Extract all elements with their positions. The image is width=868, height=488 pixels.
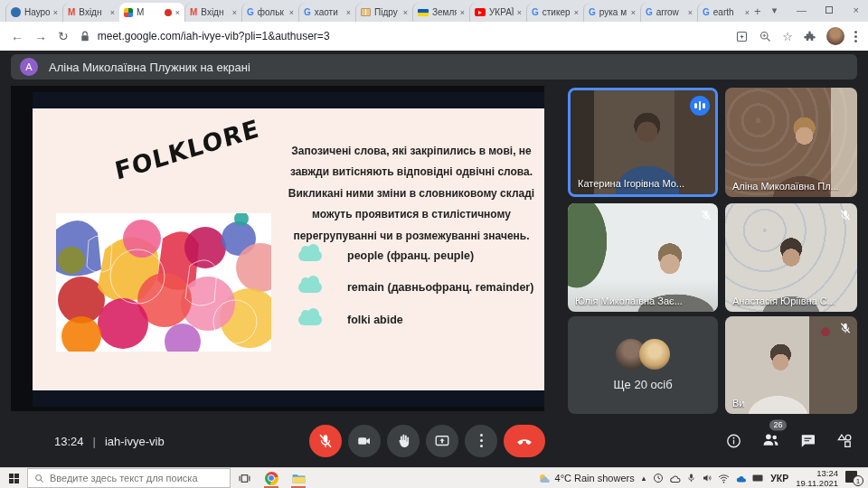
shared-screen[interactable]: FOLKLORE Запозичені слова, які закріпили… (11, 86, 544, 411)
notification-center-button[interactable]: 1 (845, 470, 863, 486)
weather-widget[interactable]: 4°C Rain showers (537, 473, 635, 484)
more-options-button[interactable] (465, 425, 497, 457)
page-action-icon[interactable] (735, 30, 749, 43)
tab-close-icon[interactable]: × (346, 8, 351, 17)
start-button[interactable] (0, 468, 27, 488)
onedrive-tray-icon[interactable] (735, 474, 747, 483)
chrome-icon (265, 472, 278, 485)
minimize-window-button[interactable]: — (788, 0, 816, 22)
present-screen-button[interactable] (426, 425, 458, 457)
taskbar-explorer-button[interactable] (285, 468, 312, 488)
mic-mute-button[interactable] (309, 425, 342, 457)
self-tile[interactable]: Ви (725, 316, 857, 414)
tab-google-3[interactable]: Gстикер× (526, 3, 583, 22)
refresh-icon[interactable]: ↻ (58, 30, 69, 42)
tab-close-icon[interactable]: × (688, 8, 693, 17)
toolbar-right: ☆ (735, 27, 857, 45)
leave-call-button[interactable] (504, 425, 545, 457)
mic-off-icon (839, 322, 852, 334)
book-favicon (361, 8, 371, 16)
call-end-icon (515, 432, 533, 450)
tab-close-icon[interactable]: × (289, 8, 294, 17)
task-view-button[interactable] (231, 468, 258, 488)
wifi-tray-icon[interactable] (718, 474, 730, 483)
meet-window: Наурок× MВхідн× М× MВхідн× Gфольк× Gхаот… (0, 0, 868, 488)
audio-speaking-indicator-icon (690, 96, 710, 116)
close-window-button[interactable]: × (843, 0, 868, 22)
url-text: meet.google.com/iah-ivye-vib?pli=1&authu… (98, 30, 330, 42)
zoom-icon[interactable] (759, 30, 772, 43)
slide-bullet: remain (давньофранц. remainder) (298, 276, 533, 299)
forward-icon[interactable]: → (34, 30, 47, 42)
cloud-tray-icon[interactable] (669, 474, 681, 483)
taskbar-clock[interactable]: 13:24 19.11.2021 (796, 468, 838, 488)
tab-google-2[interactable]: Gхаоти× (298, 3, 355, 22)
tab-close-icon[interactable]: × (175, 8, 180, 17)
tab-close-icon[interactable]: × (232, 8, 237, 17)
participant-tile[interactable]: Анастасія Юріївна С... (725, 203, 857, 312)
participant-tile[interactable]: Аліна Миколаївна Пл... (725, 88, 857, 197)
extensions-icon[interactable] (803, 30, 816, 43)
tab-close-icon[interactable]: × (110, 8, 115, 17)
participant-name: Аліна Миколаївна Пл... (732, 181, 839, 192)
language-indicator[interactable]: УКР (770, 473, 788, 483)
tab-textbook[interactable]: Підру× (355, 3, 412, 22)
tab-close-icon[interactable]: × (631, 8, 636, 17)
ukraine-flag-favicon (418, 9, 429, 16)
tab-gmail-2[interactable]: MВхідн× (184, 3, 241, 22)
new-tab-button[interactable]: + (754, 2, 761, 22)
google-favicon: G (589, 8, 596, 17)
keyboard-tray-icon[interactable] (752, 474, 763, 483)
tab-close-icon[interactable]: × (745, 8, 750, 17)
restore-window-button[interactable] (816, 0, 843, 22)
windows-logo-icon (9, 474, 19, 483)
tab-close-icon[interactable]: × (517, 8, 522, 17)
tab-close-icon[interactable]: × (574, 8, 579, 17)
tab-naurok[interactable]: Наурок× (5, 3, 62, 22)
meet-bottom-bar: 13:24 | iah-ivye-vib (0, 414, 868, 467)
gmail-favicon: M (190, 8, 197, 17)
taskbar-right: 4°C Rain showers ▴ УКР 13:24 19.11.2021 … (537, 468, 868, 488)
activities-icon[interactable] (835, 432, 854, 450)
clock-tray-icon[interactable] (653, 473, 664, 483)
profile-avatar[interactable] (826, 27, 844, 45)
tab-close-icon[interactable]: × (403, 8, 408, 17)
participant-tile-speaking[interactable]: Катерина Ігорівна Мо... (568, 88, 718, 197)
address-bar[interactable]: meet.google.com/iah-ivye-vib?pli=1&authu… (80, 30, 725, 42)
camera-button[interactable] (348, 425, 381, 457)
tab-meet-active[interactable]: М× (119, 3, 184, 22)
search-input[interactable] (50, 473, 223, 483)
overflow-participants-tile[interactable]: Ще 20 осіб (568, 316, 718, 414)
browser-tabstrip: Наурок× MВхідн× М× MВхідн× Gфольк× Gхаот… (0, 0, 868, 22)
tab-youtube[interactable]: УКРАЇН× (469, 3, 526, 22)
presenting-banner-text: Аліна Миколаївна Плужник на екрані (49, 61, 250, 74)
tab-close-icon[interactable]: × (53, 8, 58, 17)
speaker-tray-icon[interactable] (702, 473, 712, 483)
tab-google-folk[interactable]: Gфольк× (241, 3, 298, 22)
tab-close-icon[interactable]: × (460, 8, 465, 17)
tab-google-arrow[interactable]: Garrow× (640, 3, 697, 22)
tab-google-earth[interactable]: Gearth× (697, 3, 754, 22)
tab-gmail-1[interactable]: MВхідн× (62, 3, 119, 22)
mic-tray-icon[interactable] (686, 473, 696, 483)
tab-search-chevron-icon[interactable]: ▾ (761, 0, 788, 22)
tab-google-4[interactable]: Gрука м× (583, 3, 640, 22)
back-icon[interactable]: ← (11, 30, 24, 42)
participants-panel-button[interactable]: 26 (761, 429, 780, 452)
bookmark-star-icon[interactable]: ☆ (782, 30, 793, 43)
taskbar-chrome-button[interactable] (258, 468, 285, 488)
participant-tile[interactable]: Юлія Миколаївна Зає... (568, 203, 718, 312)
info-icon[interactable] (725, 432, 742, 449)
browser-menu-kebab-icon[interactable] (854, 31, 857, 42)
slide-top-bar (33, 92, 544, 108)
people-icon (761, 429, 780, 448)
participant-name: Ви (732, 398, 744, 408)
cloud-bullet-icon (298, 250, 322, 261)
raise-hand-button[interactable] (387, 425, 420, 457)
chat-icon[interactable] (799, 432, 816, 449)
taskbar-search[interactable] (27, 468, 231, 488)
file-explorer-icon (292, 473, 306, 484)
tray-expand-chevron-icon[interactable]: ▴ (642, 474, 646, 483)
participant-video (725, 316, 857, 414)
tab-ukraine-site[interactable]: Земля× (412, 3, 469, 22)
